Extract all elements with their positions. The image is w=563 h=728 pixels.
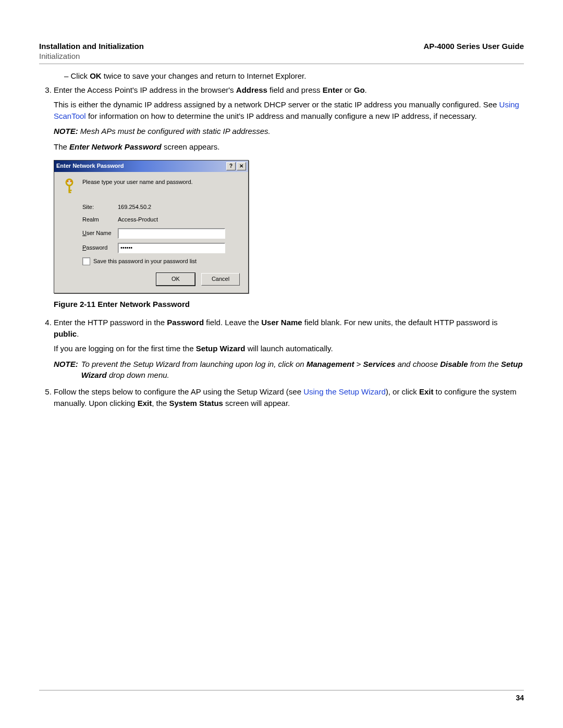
page-footer: 34 bbox=[39, 690, 524, 702]
svg-point-2 bbox=[70, 180, 72, 182]
footer-rule bbox=[39, 690, 524, 690]
subsection: Initialization bbox=[39, 52, 144, 60]
svg-point-0 bbox=[66, 179, 72, 186]
ordered-steps: Enter the Access Point's IP address in t… bbox=[39, 84, 524, 409]
list-item: Click OK twice to save your changes and … bbox=[64, 71, 524, 80]
site-label: Site: bbox=[82, 203, 118, 212]
step-4-note: NOTE: To prevent the Setup Wizard from l… bbox=[54, 359, 524, 381]
dialog-title-text: Enter Network Password bbox=[56, 162, 124, 170]
step-4: Enter the HTTP password in the Password … bbox=[54, 317, 524, 381]
realm-label: Realm bbox=[82, 216, 118, 224]
step-3-after-note: The Enter Network Password screen appear… bbox=[54, 141, 524, 153]
username-label: User Name bbox=[82, 229, 118, 238]
site-value: 169.254.50.2 bbox=[118, 203, 151, 212]
username-input[interactable] bbox=[118, 228, 225, 239]
dialog-titlebar: Enter Network Password ? ✕ bbox=[54, 161, 248, 172]
enter-network-password-dialog: Enter Network Password ? ✕ bbox=[54, 160, 249, 293]
step-4-wizard: If you are logging on for the first time… bbox=[54, 343, 524, 354]
svg-rect-3 bbox=[69, 185, 70, 192]
save-password-checkbox[interactable] bbox=[82, 257, 90, 265]
realm-value: Access-Product bbox=[118, 216, 158, 224]
cancel-button[interactable]: Cancel bbox=[201, 273, 240, 286]
svg-rect-5 bbox=[69, 192, 71, 193]
step-3-desc: This is either the dynamic IP address as… bbox=[54, 99, 524, 122]
ok-button[interactable]: OK bbox=[156, 273, 195, 286]
dialog-help-button[interactable]: ? bbox=[226, 162, 236, 170]
password-label: Password bbox=[82, 244, 118, 252]
dialog-instruction: Please type your user name and password. bbox=[82, 178, 193, 187]
sub-bullet-list: Click OK twice to save your changes and … bbox=[64, 71, 524, 80]
svg-rect-4 bbox=[69, 190, 72, 191]
page-header: Installation and Initialization Initiali… bbox=[39, 42, 524, 60]
dialog-close-button[interactable]: ✕ bbox=[237, 162, 246, 170]
key-icon bbox=[63, 178, 77, 196]
doc-title: AP-4000 Series User Guide bbox=[423, 42, 524, 51]
svg-point-1 bbox=[67, 180, 69, 182]
step-3-note: NOTE: Mesh APs must be configured with s… bbox=[54, 126, 524, 137]
figure-caption: Figure 2-11 Enter Network Password bbox=[54, 299, 524, 310]
header-rule bbox=[39, 64, 524, 64]
step-5: Follow the steps below to configure the … bbox=[54, 386, 524, 409]
link-using-setup-wizard[interactable]: Using the Setup Wizard bbox=[303, 387, 386, 396]
section-title: Installation and Initialization bbox=[39, 42, 144, 51]
password-input[interactable]: •••••• bbox=[118, 243, 225, 253]
step-3: Enter the Access Point's IP address in t… bbox=[54, 84, 524, 310]
save-password-label: Save this password in your password list bbox=[93, 257, 197, 266]
page-number: 34 bbox=[39, 694, 524, 702]
